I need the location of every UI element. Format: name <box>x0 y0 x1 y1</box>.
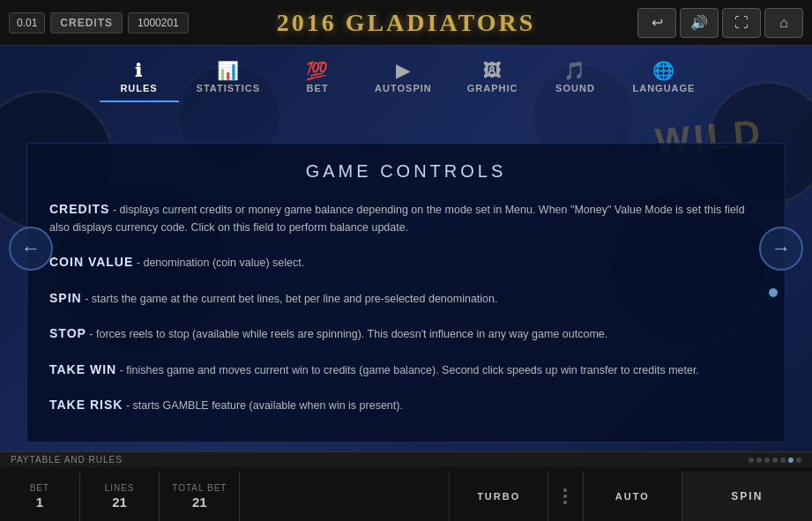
dot-3 <box>764 458 770 463</box>
paytable-text: PAYTABLE AND RULES <box>11 455 123 465</box>
scroll-indicator <box>769 288 778 297</box>
autospin-icon: ▶ <box>396 62 410 79</box>
dot-small-3 <box>563 501 567 504</box>
panel-title: GAME CONTROLS <box>49 161 763 182</box>
tab-autospin[interactable]: ▶ AUTOSPIN <box>357 55 450 102</box>
bottom-controls: BET 1 LINES 21 TOTAL BET 21 TURBO AUTO S… <box>0 472 812 521</box>
lines-cell: LINES 21 <box>80 472 160 521</box>
rule-credits: CREDITS - displays current credits or mo… <box>49 199 763 236</box>
dot-small-2 <box>563 495 567 498</box>
home-button[interactable]: ⌂ <box>764 8 803 38</box>
rule-take-win: TAKE WIN - finishes game and moves curre… <box>49 360 763 379</box>
rules-icon: ℹ <box>135 62 143 79</box>
top-controls: ↩ 🔊 ⛶ ⌂ <box>637 8 803 38</box>
tab-graphic[interactable]: 🖼 GRAPHIC <box>450 55 536 102</box>
bet-icon: 💯 <box>306 62 329 79</box>
graphic-icon: 🖼 <box>483 62 502 79</box>
bet-cell: BET 1 <box>0 472 80 521</box>
tab-rules[interactable]: ℹ RULES <box>100 55 179 102</box>
menu-dots-button[interactable] <box>548 472 584 521</box>
back-button[interactable]: ↩ <box>637 8 676 38</box>
dot-5 <box>780 458 786 463</box>
tab-bet[interactable]: 💯 BET <box>278 55 357 102</box>
main-area: WILD ℹ RULES 📊 STATISTICS 💯 BET ▶ AUTOSP… <box>0 46 812 451</box>
spin-button[interactable]: SPIN <box>682 472 812 521</box>
dot-6 <box>788 458 793 463</box>
bottom-bar: PAYTABLE AND RULES BET 1 LINES 21 TOTAL … <box>0 451 812 521</box>
sound-icon: 🎵 <box>563 62 586 79</box>
rule-take-risk: TAKE RISK - starts GAMBLE feature (avail… <box>49 395 763 414</box>
rule-spin: SPIN - starts the game at the current be… <box>49 288 763 308</box>
dot-1 <box>749 458 754 463</box>
statistics-icon: 📊 <box>217 62 240 79</box>
dot-7 <box>796 458 801 463</box>
paytable-dots <box>749 458 801 463</box>
nav-tabs: ℹ RULES 📊 STATISTICS 💯 BET ▶ AUTOSPIN 🖼 … <box>0 46 812 102</box>
dot-4 <box>772 458 778 463</box>
credits-amount[interactable]: 1000201 <box>128 12 189 33</box>
credits-label: CREDITS <box>50 12 123 33</box>
tab-statistics[interactable]: 📊 STATISTICS <box>179 55 279 102</box>
total-bet-cell: TOTAL BET 21 <box>160 472 240 521</box>
top-bar: 0.01 CREDITS 1000201 2016 GLADIATORS ↩ 🔊… <box>0 0 812 46</box>
arrow-left-button[interactable]: ← <box>9 227 53 271</box>
fullscreen-button[interactable]: ⛶ <box>722 8 761 38</box>
language-icon: 🌐 <box>652 62 675 79</box>
tab-language[interactable]: 🌐 LANGUAGE <box>615 55 712 102</box>
credit-value[interactable]: 0.01 <box>9 12 45 33</box>
tab-sound[interactable]: 🎵 SOUND <box>535 55 615 102</box>
paytable-label-bar: PAYTABLE AND RULES <box>0 452 812 467</box>
dot-2 <box>756 458 762 463</box>
game-title: 2016 GLADIATORS <box>277 9 536 37</box>
empty-cell <box>240 472 450 521</box>
sound-button[interactable]: 🔊 <box>680 8 719 38</box>
content-panel: GAME CONTROLS CREDITS - displays current… <box>26 143 786 443</box>
turbo-button[interactable]: TURBO <box>450 472 548 521</box>
rule-stop: STOP - forces reels to stop (available w… <box>49 324 763 343</box>
rule-coin-value: COIN VALUE - denomination (coin value) s… <box>49 252 763 272</box>
auto-button[interactable]: AUTO <box>584 472 682 521</box>
arrow-right-button[interactable]: → <box>759 227 803 271</box>
dot-small-1 <box>563 488 567 492</box>
credit-area: 0.01 CREDITS 1000201 <box>9 12 189 33</box>
